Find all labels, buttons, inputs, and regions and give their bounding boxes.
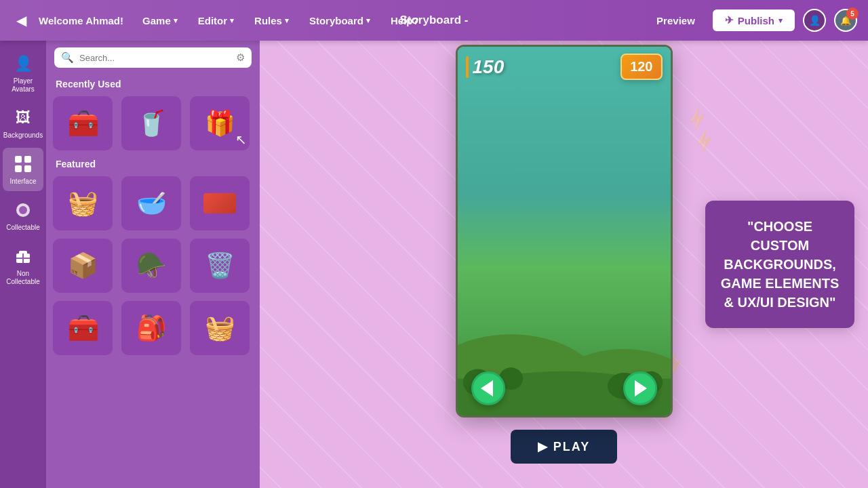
svg-point-5: [19, 206, 27, 214]
publish-button[interactable]: ✈ Publish ▾: [713, 9, 795, 31]
cursor-icon: ↖: [235, 131, 247, 148]
trashcan-icon: 🗑️: [205, 251, 235, 280]
nav-rules-label: Rules: [254, 15, 282, 26]
item-cup[interactable]: 🥤: [121, 96, 181, 150]
play-button[interactable]: ▶ PLAY: [511, 430, 617, 464]
basket-icon: 🧺: [68, 189, 98, 218]
interface-icon: [12, 153, 34, 175]
game-preview-container: ⚡ ⚡ ⚡ ⚡ ⚡ ⚡ ⚡ ⚡ 150 120: [260, 41, 868, 488]
svg-rect-1: [24, 156, 31, 163]
player-avatar-label: PlayerAvatars: [12, 77, 35, 94]
score-display: 150: [466, 56, 505, 78]
avatar-button[interactable]: 👤: [803, 9, 826, 32]
game-background: 150 120: [458, 47, 671, 415]
featured-grid-row1: 🧺 🥣: [53, 176, 253, 230]
filter-icon[interactable]: ⚙: [236, 52, 245, 64]
lightning-7: ⚡: [682, 104, 712, 134]
nav-storyboard-label: Storyboard: [309, 15, 363, 26]
nav-game-label: Game: [142, 15, 171, 26]
item-hat[interactable]: 🪖: [121, 239, 181, 293]
publish-icon: ✈: [725, 14, 734, 26]
item-gift-cursor[interactable]: 🎁 ↖: [190, 96, 250, 150]
interface-label: Interface: [10, 178, 37, 186]
chest2-icon: 🧰: [67, 313, 99, 343]
gift-icon: 🎁: [205, 109, 235, 138]
game-controls: [458, 371, 671, 405]
notifications-button[interactable]: 🔔 5: [834, 9, 857, 32]
sidebar-item-non-collectable[interactable]: NonCollectable: [3, 240, 43, 291]
nav-editor-chevron: ▾: [230, 16, 234, 25]
left-button[interactable]: [471, 371, 505, 405]
notification-badge: 5: [846, 7, 859, 20]
navbar: ◀ Welcome Ahmad! Game ▾ Editor ▾ Rules ▾…: [0, 0, 868, 41]
game-screen: 150 120: [456, 45, 673, 418]
info-card: "CHOOSE CUSTOM BACKGROUNDS, GAME ELEMENT…: [705, 201, 854, 328]
item-chest[interactable]: 🧰: [53, 96, 113, 150]
back-button[interactable]: ◀: [11, 9, 32, 31]
item-bowl[interactable]: 🥣: [121, 176, 181, 230]
box-icon: 📦: [68, 251, 98, 280]
search-input[interactable]: [79, 53, 231, 63]
featured-grid-row2: 📦 🪖 🗑️: [53, 239, 253, 293]
item-chest2[interactable]: 🧰: [53, 301, 113, 355]
item-eraser[interactable]: [190, 176, 250, 230]
sidebar-item-interface[interactable]: Interface: [3, 148, 43, 191]
sidebar-item-collectable[interactable]: Collectable: [3, 194, 43, 237]
nav-rules-chevron: ▾: [285, 16, 289, 25]
hat-icon: 🪖: [136, 251, 167, 280]
main-content: 👤 PlayerAvatars 🖼 Backgrounds Interface: [0, 41, 868, 488]
backgrounds-icon: 🖼: [12, 107, 34, 129]
score-text: 150: [473, 56, 505, 78]
nav-editor-menu[interactable]: Editor ▾: [191, 11, 241, 30]
sidebar-icons: 👤 PlayerAvatars 🖼 Backgrounds Interface: [0, 41, 46, 488]
lightning-4: ⚡: [689, 127, 719, 156]
publish-chevron-icon: ▾: [778, 16, 783, 25]
backgrounds-label: Backgrounds: [3, 131, 43, 140]
right-button[interactable]: [623, 371, 657, 405]
eraser-icon: [203, 193, 236, 214]
collectable-icon: [12, 199, 34, 221]
item-picnic-basket2[interactable]: 🧺: [190, 301, 250, 355]
search-icon: 🔍: [61, 52, 74, 64]
recently-used-title: Recently Used: [56, 79, 250, 89]
item-picnic-basket[interactable]: 🧺: [53, 176, 113, 230]
cup-icon: 🥤: [136, 109, 167, 138]
assets-panel: 🔍 ⚙ Recently Used 🧰 🥤 🎁 ↖ Featured: [46, 41, 260, 488]
search-bar: 🔍 ⚙: [54, 47, 252, 68]
item-backpack[interactable]: 🎒: [121, 301, 181, 355]
recently-used-grid: 🧰 🥤 🎁 ↖: [53, 96, 253, 150]
sidebar-item-player-avatars[interactable]: 👤 PlayerAvatars: [3, 47, 43, 99]
picnic-icon: 🧺: [205, 314, 235, 342]
nav-right-section: Preview ✈ Publish ▾ 👤 🔔 5: [647, 9, 857, 32]
nav-editor-label: Editor: [198, 15, 227, 26]
non-collectable-label: NonCollectable: [6, 270, 39, 286]
svg-rect-2: [15, 165, 22, 172]
featured-title: Featured: [56, 159, 250, 169]
nav-storyboard-menu[interactable]: Storyboard ▾: [302, 11, 377, 30]
coin-badge: 120: [620, 54, 662, 80]
nav-game-chevron: ▾: [174, 16, 178, 25]
storyboard-title: Storyboard -: [399, 14, 468, 27]
publish-label: Publish: [738, 15, 774, 26]
sidebar-item-backgrounds[interactable]: 🖼 Backgrounds: [3, 102, 43, 145]
nav-rules-menu[interactable]: Rules ▾: [248, 11, 296, 30]
bowl-icon: 🥣: [136, 189, 167, 218]
item-trashcan[interactable]: 🗑️: [190, 239, 250, 293]
game-hud: 150 120: [458, 54, 671, 80]
avatar-icon: 👤: [809, 15, 821, 26]
player-avatar-icon: 👤: [12, 53, 34, 75]
collectable-label: Collectable: [6, 224, 39, 232]
welcome-text: Welcome Ahmad!: [39, 15, 123, 26]
nav-game-menu[interactable]: Game ▾: [136, 11, 184, 30]
non-collectable-icon: [12, 245, 34, 267]
svg-rect-0: [15, 156, 22, 163]
nav-storyboard-chevron: ▾: [366, 16, 370, 25]
svg-rect-3: [24, 165, 31, 172]
featured-grid-row3: 🧰 🎒 🧺: [53, 301, 253, 355]
chest-icon: 🧰: [67, 108, 99, 138]
backpack-icon: 🎒: [136, 314, 167, 342]
assets-scroll-area[interactable]: Recently Used 🧰 🥤 🎁 ↖ Featured 🧺: [46, 73, 260, 488]
preview-button[interactable]: Preview: [647, 11, 705, 30]
score-bar: [466, 56, 469, 78]
item-cardboard-box[interactable]: 📦: [53, 239, 113, 293]
